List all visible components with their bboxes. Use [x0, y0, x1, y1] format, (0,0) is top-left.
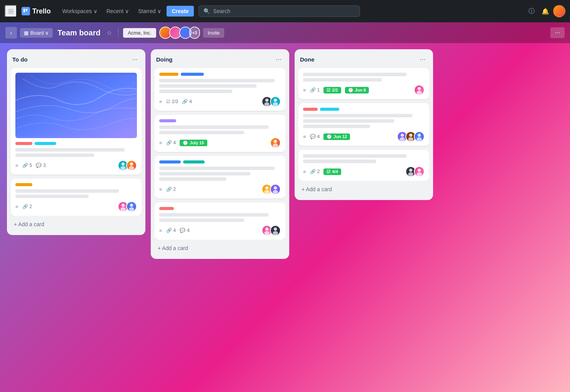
card-avatars: [270, 137, 281, 148]
card-text-line-3: [159, 177, 226, 181]
comment-icon: 💬: [310, 134, 316, 139]
card-footer: ≡ 🔗 1 ☑ 2/2 🕐 Jun 6: [303, 85, 425, 95]
trello-logo-icon: [22, 7, 30, 15]
attach-value: 4: [173, 140, 176, 145]
date-value: Jun 12: [333, 134, 347, 139]
attach-count: 🔗 2: [22, 204, 32, 209]
card-doing-1[interactable]: ≡ ☑ 2/3 🔗 4: [155, 68, 285, 111]
attach-value: 2: [173, 187, 176, 192]
attach-value: 2: [30, 204, 32, 209]
search-box[interactable]: 🔍: [198, 5, 360, 17]
notifications-button[interactable]: 🔔: [539, 5, 552, 17]
label-pink-small: [159, 207, 174, 210]
label-pink: [15, 142, 32, 145]
workspaces-menu[interactable]: Workspaces ∨: [58, 6, 101, 17]
card-text-line-2: [159, 219, 244, 222]
card-avatar-2: [414, 166, 425, 177]
card-avatar-2: [270, 96, 281, 107]
card-avatars: [414, 85, 425, 95]
date-badge: 🕐 Jun 12: [323, 133, 350, 140]
column-done-menu-button[interactable]: ···: [417, 55, 428, 64]
svg-point-22: [264, 231, 270, 235]
card-text-line-1: [15, 189, 119, 193]
card-todo-2[interactable]: ≡ 🔗 2: [11, 178, 142, 216]
workspace-button[interactable]: Acme, Inc.: [123, 28, 156, 38]
card-avatar-3: [414, 131, 425, 142]
attach-icon: 🔗: [310, 87, 316, 93]
invite-button[interactable]: Invite: [203, 28, 224, 38]
svg-point-10: [129, 207, 134, 211]
board-title: Team board: [56, 28, 102, 37]
checklist-badge: ☑ 2/2: [323, 87, 341, 93]
user-avatar[interactable]: [553, 5, 565, 17]
starred-menu[interactable]: Starred ∨: [134, 6, 165, 17]
attach-icon: 🔗: [22, 163, 28, 168]
card-text-line-2: [15, 195, 88, 198]
card-avatars: [262, 96, 281, 107]
attach-count: 🔗 1: [310, 87, 320, 93]
date-badge: 🕐 July 15: [180, 140, 207, 146]
card-text-line-3: [159, 90, 232, 93]
column-done-header: Done ···: [298, 54, 429, 68]
svg-rect-1: [26, 9, 27, 11]
column-doing-menu-button[interactable]: ···: [273, 55, 284, 64]
card-avatars: [262, 184, 281, 195]
card-done-2[interactable]: ≡ 💬 4 🕐 Jun 12: [298, 103, 429, 146]
search-input[interactable]: [213, 8, 355, 14]
card-todo-1[interactable]: ≡ 🔗 5 💬 3: [11, 68, 142, 175]
column-done-cards: ≡ 🔗 1 ☑ 2/2 🕐 Jun 6: [298, 68, 429, 181]
svg-point-25: [418, 87, 421, 90]
checklist-value: 2/3: [172, 99, 178, 104]
attach-count: 🔗 5: [22, 163, 32, 168]
column-doing: Doing ··· ≡ ☑ 2/3: [151, 49, 289, 259]
attach-icon: 🔗: [166, 187, 172, 192]
card-text-line-1: [303, 154, 407, 158]
check-value: 2/2: [332, 88, 338, 92]
label-purple: [159, 119, 176, 122]
member-count-badge[interactable]: +3: [189, 27, 200, 39]
card-meta: ≡ 🔗 2 ☑ 4/4: [303, 168, 402, 175]
column-todo-menu-button[interactable]: ···: [130, 55, 140, 64]
svg-point-20: [273, 190, 278, 194]
card-done-1[interactable]: ≡ 🔗 1 ☑ 2/2 🕐 Jun 6: [298, 68, 429, 99]
card-cover: [15, 73, 137, 138]
toolbar-divider: [118, 28, 118, 37]
svg-point-8: [120, 207, 126, 211]
top-nav: ⊞ Trello Workspaces ∨ Recent ∨ Starred ∨…: [0, 0, 570, 22]
card-labels: [159, 119, 281, 122]
card-meta: ≡ 🔗 5 💬 3: [15, 163, 114, 168]
card-text-line-2: [159, 131, 244, 134]
svg-point-19: [274, 186, 277, 190]
clock-icon: 🕐: [348, 88, 353, 93]
attach-count: 🔗 4: [166, 228, 176, 233]
svg-point-4: [120, 166, 126, 170]
create-button[interactable]: Create: [167, 6, 194, 17]
grid-icon-button[interactable]: ⊞: [5, 5, 17, 17]
card-doing-4[interactable]: ≡ 🔗 4 💬 4: [155, 202, 285, 240]
info-button[interactable]: ⓘ: [525, 5, 538, 17]
checklist-badge: ☑ 4/4: [323, 168, 341, 175]
list-icon: ≡: [159, 99, 162, 105]
svg-point-6: [129, 166, 134, 170]
card-doing-2[interactable]: ≡ 🔗 4 🕐 July 15: [155, 115, 285, 152]
check-icon: ☑: [327, 88, 330, 93]
add-card-done-button[interactable]: + Add a card: [298, 183, 429, 195]
toolbar-more-button[interactable]: ···: [550, 27, 565, 38]
board-view-button[interactable]: ▦ Board ∨: [20, 28, 53, 38]
card-text-line-1: [159, 79, 275, 82]
add-card-todo-button[interactable]: + Add a card: [11, 218, 142, 230]
card-footer: ≡ 🔗 4 🕐 July 15: [159, 137, 281, 148]
checklist-count: ☑ 2/3: [166, 99, 178, 104]
trello-logo[interactable]: Trello: [18, 5, 54, 17]
svg-point-23: [274, 227, 277, 231]
column-todo: To do ···: [7, 49, 145, 235]
card-done-3[interactable]: ≡ 🔗 2 ☑ 4/4: [298, 150, 429, 181]
svg-point-12: [264, 102, 270, 106]
card-doing-3[interactable]: ≡ 🔗 2: [155, 156, 285, 199]
star-button[interactable]: ☆: [105, 28, 113, 38]
card-meta: ≡ 🔗 1 ☑ 2/2 🕐 Jun 6: [303, 87, 410, 93]
add-card-doing-button[interactable]: + Add a card: [155, 242, 285, 254]
recent-menu[interactable]: Recent ∨: [103, 6, 133, 17]
sidebar-toggle-button[interactable]: ‹: [5, 27, 17, 38]
svg-point-31: [418, 133, 421, 137]
